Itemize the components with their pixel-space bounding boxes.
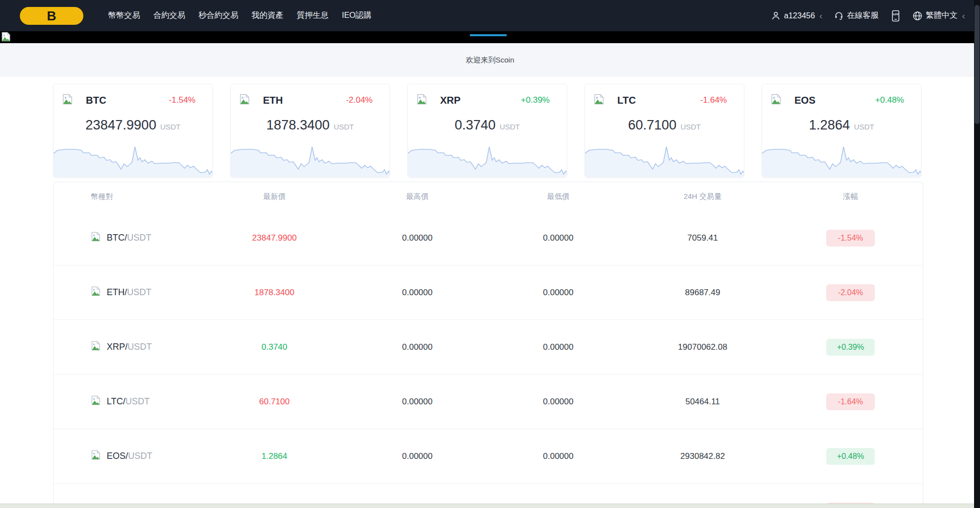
column-header-4: 24H 交易量: [628, 192, 777, 201]
page: B 幣幣交易合約交易秒合約交易我的資產質押生息IEO認購 a123456 ‹: [0, 0, 980, 508]
nav-item-2[interactable]: 秒合約交易: [198, 10, 238, 21]
ticker-price: 60.7100: [628, 118, 677, 133]
volume-24h: 2930842.82: [628, 451, 777, 461]
change-badge: -1.64%: [826, 393, 875, 410]
ticker-symbol: LTC: [617, 95, 636, 106]
ticker-unit: USDT: [333, 123, 354, 131]
user-account-menu[interactable]: a123456 ‹: [771, 11, 823, 20]
ticker-price: 1878.3400: [266, 118, 330, 133]
ticker-card-head: XRP+0.39%: [408, 84, 567, 107]
change-cell: +0.39%: [777, 339, 924, 356]
volume-24h: 50464.11: [628, 397, 777, 407]
column-header-3: 最低價: [488, 192, 628, 201]
table-row[interactable]: BTC/USDT23847.99000.000000.000007059.41-…: [54, 211, 923, 265]
nav-item-0[interactable]: 幣幣交易: [108, 10, 140, 21]
low-price: 0.00000: [488, 397, 628, 407]
brand-logo-glyph: B: [47, 9, 57, 22]
globe-icon: [913, 11, 922, 21]
broken-image-icon: [239, 94, 250, 107]
brand-logo[interactable]: B: [20, 7, 83, 25]
volume-24h: 7059.41: [628, 233, 777, 243]
footer-edge: [0, 504, 974, 508]
ticker-unit: USDT: [500, 123, 520, 131]
market-table-header: 幣種對最新價最高價最低價24H 交易量漲幅: [54, 182, 923, 211]
low-price: 0.00000: [488, 288, 628, 298]
ticker-priceline: 1.2864USDT: [762, 118, 921, 133]
headset-icon: [834, 11, 844, 20]
nav-item-1[interactable]: 合約交易: [153, 10, 185, 21]
banner-strip: [0, 31, 980, 43]
market-table-body: BTC/USDT23847.99000.000000.000007059.41-…: [54, 211, 923, 508]
pair-base: XRP/: [107, 342, 128, 352]
pair-cell: ETH/USDT: [54, 286, 202, 299]
change-cell: -1.54%: [777, 230, 924, 247]
ticker-price: 23847.9900: [85, 118, 156, 133]
change-badge: +0.39%: [826, 339, 875, 356]
broken-image-icon: [91, 286, 101, 299]
language-selector[interactable]: 繁體中文 ‹: [913, 10, 965, 21]
table-row[interactable]: LTC/USDT60.71000.000000.0000050464.11-1.…: [54, 374, 923, 429]
last-price: 0.3740: [202, 342, 346, 352]
pair-quote: USDT: [127, 287, 151, 298]
pair-base: EOS/: [107, 451, 128, 461]
ticker-card-eos[interactable]: EOS+0.48%1.2864USDT: [762, 84, 921, 178]
top-navbar: B 幣幣交易合約交易秒合約交易我的資產質押生息IEO認購 a123456 ‹: [0, 0, 980, 31]
ticker-card-head: ETH-2.04%: [231, 84, 390, 107]
high-price: 0.00000: [346, 233, 488, 243]
ticker-card-ltc[interactable]: LTC-1.64%60.7100USDT: [585, 84, 744, 178]
broken-image-icon: [593, 94, 604, 107]
table-row[interactable]: XRP/USDT0.37400.000000.0000019070062.08+…: [54, 319, 923, 374]
nav-item-4[interactable]: 質押生息: [297, 10, 328, 21]
broken-image-icon: [91, 395, 101, 408]
app-download[interactable]: APP: [890, 10, 901, 22]
ticker-priceline: 23847.9900USDT: [54, 118, 212, 133]
ticker-card-btc[interactable]: BTC-1.54%23847.9900USDT: [53, 84, 213, 178]
ticker-change: -2.04%: [346, 95, 373, 105]
scrollbar-track[interactable]: [974, 0, 980, 508]
ticker-cards: BTC-1.54%23847.9900USDTETH-2.04%1878.340…: [53, 84, 921, 178]
ticker-card-head: LTC-1.64%: [585, 84, 744, 107]
pair-quote: USDT: [128, 451, 152, 461]
table-row[interactable]: ETH/USDT1878.34000.000000.0000089687.49-…: [54, 265, 923, 319]
nav-right: a123456 ‹ 在線客服 APP: [771, 10, 965, 22]
nav-item-5[interactable]: IEO認購: [342, 10, 372, 21]
low-price: 0.00000: [488, 342, 628, 352]
column-header-0: 幣種對: [54, 192, 202, 201]
ticker-change: +0.39%: [521, 95, 550, 105]
change-badge: -1.54%: [826, 230, 875, 247]
ticker-card-xrp[interactable]: XRP+0.39%0.3740USDT: [407, 84, 567, 178]
last-price: 1878.3400: [202, 288, 346, 298]
carousel-indicator[interactable]: [470, 34, 507, 36]
broken-image-icon: [1, 32, 11, 44]
chevron-down-icon: ‹: [962, 11, 965, 20]
last-price: 60.7100: [202, 397, 346, 407]
ticker-symbol: ETH: [263, 95, 283, 106]
sparkline-chart: [585, 140, 744, 177]
ticker-symbol: BTC: [86, 95, 106, 106]
ticker-priceline: 60.7100USDT: [585, 118, 744, 133]
broken-image-icon: [91, 341, 101, 353]
ticker-price: 1.2864: [809, 118, 850, 133]
pair-base: LTC/: [107, 396, 126, 407]
nav-left: B 幣幣交易合約交易秒合約交易我的資產質押生息IEO認購: [20, 7, 385, 25]
pair-quote: USDT: [127, 233, 151, 243]
high-price: 0.00000: [346, 397, 488, 407]
low-price: 0.00000: [488, 451, 628, 461]
ticker-card-eth[interactable]: ETH-2.04%1878.3400USDT: [230, 84, 390, 178]
broken-image-icon: [91, 232, 101, 244]
pair-base: BTC/: [107, 233, 127, 243]
ticker-priceline: 0.3740USDT: [408, 118, 567, 133]
change-cell: -1.64%: [777, 393, 924, 410]
table-row[interactable]: EOS/USDT1.28640.000000.000002930842.82+0…: [54, 429, 923, 483]
sparkline-chart: [408, 140, 567, 177]
pair-base: ETH/: [107, 287, 127, 298]
ticker-unit: USDT: [680, 123, 701, 131]
scrollbar-thumb[interactable]: [975, 5, 980, 124]
market-table: 幣種對最新價最高價最低價24H 交易量漲幅 BTC/USDT23847.9900…: [53, 182, 923, 508]
support-link[interactable]: 在線客服: [834, 10, 879, 21]
nav-item-3[interactable]: 我的資產: [252, 10, 283, 21]
high-price: 0.00000: [346, 288, 488, 298]
pair-cell: XRP/USDT: [54, 341, 202, 353]
user-icon: [771, 11, 781, 20]
ticker-price: 0.3740: [455, 118, 496, 133]
